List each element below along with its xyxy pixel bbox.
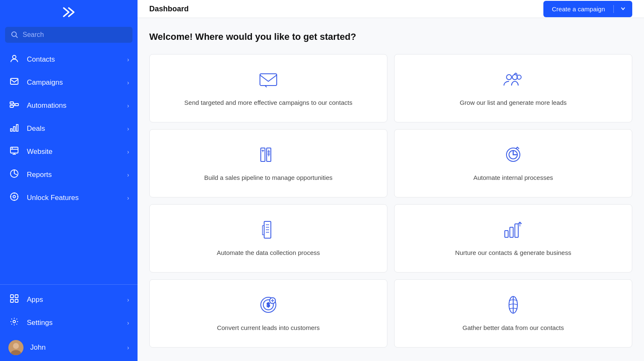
svg-rect-4	[10, 102, 13, 104]
svg-rect-56	[510, 227, 513, 237]
sidebar-item-website[interactable]: Website ›	[0, 140, 138, 163]
website-chevron: ›	[127, 148, 129, 155]
sidebar-logo[interactable]	[0, 0, 138, 27]
user-avatar	[8, 340, 23, 355]
automate-icon	[503, 145, 523, 166]
automations-chevron: ›	[127, 102, 129, 109]
card-gather[interactable]: Gather better data from our contacts	[394, 279, 632, 348]
user-chevron: ›	[127, 344, 129, 351]
card-convert-text: Convert current leads into customers	[217, 323, 319, 332]
svg-rect-24	[10, 295, 13, 298]
svg-rect-26	[10, 299, 13, 302]
nav-items: Contacts › Campaigns ›	[0, 48, 138, 213]
create-campaign-label: Create a campaign	[543, 5, 613, 13]
svg-line-38	[516, 73, 517, 75]
main-content: Dashboard Create a campaign Welcome! Whe…	[138, 0, 644, 361]
card-pipeline[interactable]: Build a sales pipeline to manage opportu…	[149, 129, 387, 197]
svg-rect-10	[13, 127, 15, 131]
sidebar-item-automations[interactable]: Automations ›	[0, 94, 138, 117]
card-data-collection-text: Automate the data collection process	[217, 248, 320, 257]
nav-bottom: Apps › Settings › John	[0, 284, 138, 361]
nurture-icon	[503, 220, 523, 242]
create-campaign-button[interactable]: Create a campaign	[543, 1, 632, 17]
svg-point-30	[13, 343, 19, 349]
svg-point-19	[13, 195, 16, 198]
website-label: Website	[27, 148, 120, 156]
sidebar-item-reports[interactable]: Reports ›	[0, 163, 138, 186]
sidebar-item-settings[interactable]: Settings ›	[0, 311, 138, 334]
dashboard-content: Welcome! Where would you like to get sta…	[138, 18, 644, 361]
dropdown-icon[interactable]	[614, 5, 632, 13]
deals-chevron: ›	[127, 125, 129, 132]
card-convert[interactable]: $ Convert current leads into customers	[149, 279, 387, 348]
unlock-chevron: ›	[127, 195, 129, 201]
search-box[interactable]: Search	[5, 27, 132, 43]
card-nurture[interactable]: Nurture our contacts & generate business	[394, 204, 632, 273]
deals-icon	[8, 123, 20, 134]
reports-chevron: ›	[127, 171, 129, 178]
search-container: Search	[0, 27, 138, 48]
convert-icon: $	[258, 295, 278, 317]
search-icon	[11, 31, 18, 39]
svg-rect-27	[15, 299, 18, 302]
welcome-heading: Welcome! Where would you like to get sta…	[149, 31, 632, 42]
svg-point-2	[13, 55, 16, 59]
leads-icon	[503, 70, 523, 91]
svg-point-28	[13, 320, 16, 323]
apps-chevron: ›	[127, 296, 129, 303]
apps-label: Apps	[27, 296, 120, 304]
sidebar-item-user[interactable]: John ›	[0, 334, 138, 361]
card-automate-text: Automate internal processes	[473, 173, 553, 182]
search-label: Search	[23, 31, 44, 39]
svg-rect-25	[15, 295, 18, 298]
settings-chevron: ›	[127, 319, 129, 326]
sidebar-item-deals[interactable]: Deals ›	[0, 117, 138, 140]
card-leads[interactable]: Grow our list and generate more leads	[394, 54, 632, 122]
reports-icon	[8, 169, 20, 180]
card-leads-text: Grow our list and generate more leads	[460, 98, 566, 107]
sidebar-item-campaigns[interactable]: Campaigns ›	[0, 71, 138, 94]
unlock-features-label: Unlock Features	[27, 194, 120, 202]
svg-rect-5	[10, 105, 13, 107]
settings-icon	[8, 317, 20, 328]
deals-label: Deals	[27, 125, 120, 133]
user-label: John	[30, 343, 120, 352]
sidebar: Search Contacts › Campaigns ›	[0, 0, 138, 361]
sidebar-item-apps[interactable]: Apps ›	[0, 288, 138, 311]
data-collection-icon	[258, 220, 278, 242]
unlock-icon	[8, 192, 20, 203]
card-campaigns[interactable]: Send targeted and more effective campaig…	[149, 54, 387, 122]
contacts-label: Contacts	[27, 55, 120, 64]
svg-point-18	[10, 193, 18, 200]
topbar: Dashboard Create a campaign	[138, 0, 644, 18]
card-grid: Send targeted and more effective campaig…	[149, 54, 632, 348]
page-title: Dashboard	[149, 5, 189, 13]
svg-rect-6	[15, 104, 18, 106]
logo-icon	[61, 5, 76, 23]
campaigns-icon	[8, 77, 20, 88]
svg-rect-9	[10, 129, 12, 131]
sidebar-item-unlock-features[interactable]: Unlock Features ›	[0, 186, 138, 209]
svg-line-1	[16, 36, 18, 38]
svg-point-34	[506, 75, 512, 80]
card-pipeline-text: Build a sales pipeline to manage opportu…	[204, 173, 332, 182]
campaigns-label: Campaigns	[27, 78, 120, 87]
card-gather-text: Gather better data from our contacts	[462, 323, 564, 332]
card-data-collection[interactable]: Automate the data collection process	[149, 204, 387, 273]
svg-point-0	[12, 32, 16, 36]
sidebar-item-contacts[interactable]: Contacts ›	[0, 48, 138, 71]
svg-rect-32	[260, 74, 277, 86]
svg-rect-3	[10, 78, 18, 84]
card-campaigns-text: Send targeted and more effective campaig…	[184, 98, 353, 107]
card-nurture-text: Nurture our contacts & generate business	[455, 248, 571, 257]
website-icon	[8, 146, 20, 157]
reports-label: Reports	[27, 171, 120, 179]
svg-rect-55	[505, 231, 508, 237]
svg-rect-12	[10, 147, 18, 153]
card-automate[interactable]: Automate internal processes	[394, 129, 632, 197]
svg-text:$: $	[267, 301, 270, 308]
automations-icon	[8, 100, 20, 111]
contacts-chevron: ›	[127, 56, 129, 63]
svg-rect-11	[16, 125, 18, 131]
settings-label: Settings	[27, 319, 120, 327]
